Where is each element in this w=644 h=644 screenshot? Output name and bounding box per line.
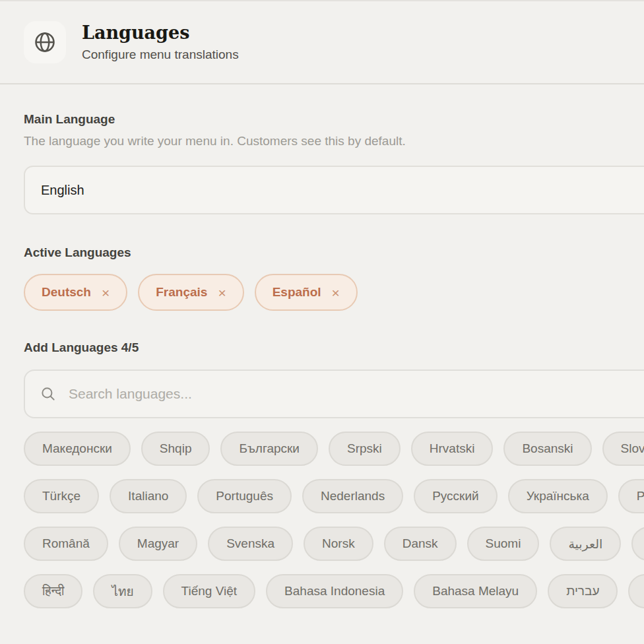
page-subtitle: Configure menu translations: [82, 48, 239, 62]
language-pill[interactable]: Srpski: [329, 432, 401, 466]
chip-remove-icon[interactable]: ×: [102, 286, 110, 300]
language-pill[interactable]: Bahasa Indonesia: [266, 574, 403, 608]
language-pill[interactable]: हिन्दी: [24, 574, 82, 608]
language-pill[interactable]: Slovenščina: [602, 432, 644, 466]
main-language-select[interactable]: English: [24, 166, 644, 214]
language-pill[interactable]: Nederlands: [302, 479, 403, 513]
language-pill-row: RomânăMagyarSvenskaNorskDanskSuomiالعربي…: [24, 527, 620, 561]
language-pill[interactable]: Suomi: [467, 527, 540, 561]
language-pill[interactable]: العربية: [550, 527, 621, 561]
active-languages-label: Active Languages: [24, 245, 620, 260]
active-language-chip[interactable]: Español×: [255, 274, 358, 311]
language-pill-rows: МакедонскиShqipБългарскиSrpskiHrvatskiBo…: [24, 432, 620, 608]
globe-icon-container: [24, 21, 66, 63]
language-pill[interactable]: Türkçe: [24, 479, 99, 513]
page-title: Languages: [82, 22, 239, 43]
chip-remove-icon[interactable]: ×: [218, 286, 226, 300]
language-search-input[interactable]: [67, 385, 644, 402]
language-pill[interactable]: Italiano: [110, 479, 187, 513]
active-language-chips: Deutsch×Français×Español×: [24, 274, 620, 311]
active-language-chip[interactable]: Français×: [138, 274, 243, 311]
settings-content: Main Language The language you write you…: [0, 112, 644, 608]
main-language-label: Main Language: [24, 112, 620, 127]
chip-label: Español: [273, 285, 321, 300]
language-pill[interactable]: Українська: [508, 479, 608, 513]
language-pill[interactable]: Svenska: [208, 527, 293, 561]
header-titles: Languages Configure menu translations: [82, 22, 239, 62]
language-pill[interactable]: עברית: [548, 574, 618, 608]
language-pill[interactable]: Norsk: [304, 527, 373, 561]
language-pill[interactable]: Polski: [618, 479, 644, 513]
main-language-value: English: [41, 183, 84, 198]
language-pill[interactable]: Magyar: [119, 527, 197, 561]
page-header: Languages Configure menu translations: [0, 1, 644, 84]
language-pill-row: TürkçeItalianoPortuguêsNederlandsРусский…: [24, 479, 620, 513]
language-pill[interactable]: ไทย: [93, 574, 152, 608]
language-pill[interactable]: Tiếng Việt: [163, 574, 256, 608]
language-pill[interactable]: Română: [24, 527, 108, 561]
language-pill[interactable]: Português: [197, 479, 292, 513]
languages-settings-page: { "header": { "title": "Languages", "sub…: [0, 0, 644, 644]
language-pill[interactable]: Shqip: [141, 432, 210, 466]
language-pill[interactable]: Bosanski: [503, 432, 591, 466]
active-language-chip[interactable]: Deutsch×: [24, 274, 127, 311]
globe-icon: [33, 30, 57, 54]
chip-remove-icon[interactable]: ×: [332, 286, 340, 300]
language-pill[interactable]: 中文: [631, 527, 644, 561]
language-pill[interactable]: Dansk: [384, 527, 457, 561]
language-pill[interactable]: Hrvatski: [411, 432, 494, 466]
chip-label: Deutsch: [42, 285, 91, 300]
add-languages-label: Add Languages 4/5: [24, 340, 620, 355]
language-pill[interactable]: ქართული: [628, 574, 644, 608]
search-icon: [40, 385, 67, 402]
main-language-description: The language you write your menu in. Cus…: [24, 134, 620, 148]
language-pill[interactable]: Български: [220, 432, 318, 466]
language-pill[interactable]: Русский: [414, 479, 498, 513]
language-pill-row: हिन्दीไทยTiếng ViệtBahasa IndonesiaBahas…: [24, 574, 620, 608]
language-search-box[interactable]: [24, 370, 644, 418]
language-pill-row: МакедонскиShqipБългарскиSrpskiHrvatskiBo…: [24, 432, 620, 466]
language-pill[interactable]: Bahasa Melayu: [414, 574, 537, 608]
language-pill[interactable]: Македонски: [24, 432, 131, 466]
chip-label: Français: [156, 285, 207, 300]
